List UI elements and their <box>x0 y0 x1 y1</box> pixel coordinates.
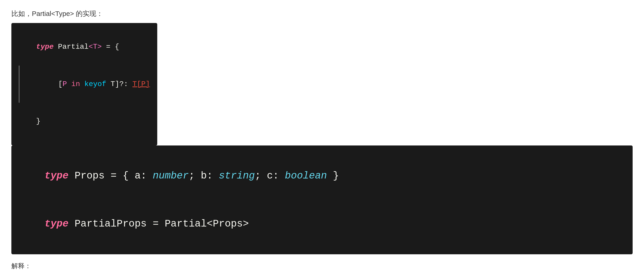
props-name: Props = { a: <box>68 170 153 182</box>
type-string: string <box>219 170 255 182</box>
code-line-2: [P in keyof T]?: T[P] <box>19 66 150 103</box>
code-line-partial-props: type PartialProps = Partial<Props> <box>20 200 624 248</box>
type-boolean: boolean <box>285 170 327 182</box>
keyword-keyof: keyof <box>84 80 106 88</box>
semi1: ; b: <box>189 170 219 182</box>
t-optional: T]?: <box>106 80 132 88</box>
code-line-1: type Partial<T> = { <box>19 28 150 66</box>
explanation-section: 解释： 1. keyof T 即 keyof Props 表示获取 Props … <box>12 262 632 275</box>
type-number: number <box>153 170 189 182</box>
keyword-type-1: type <box>36 42 54 51</box>
code-line-3: } <box>19 103 150 140</box>
keyword-in: in <box>71 80 80 88</box>
intro-text: 比如，Partial<Type> 的实现： <box>12 9 632 18</box>
code-block-props-example: type Props = { a: number; b: string; c: … <box>12 146 632 254</box>
semi2: ; c: <box>255 170 285 182</box>
code-line-props: type Props = { a: number; b: string; c: … <box>20 152 624 200</box>
indent: [ <box>41 80 62 88</box>
keyword-type-3: type <box>44 218 69 230</box>
param-p: P <box>62 80 67 88</box>
type-param-t: <T> <box>88 42 102 51</box>
type-access: T[P] <box>132 80 150 88</box>
keyword-type-2: type <box>44 170 69 182</box>
closing-brace: } <box>36 117 40 126</box>
partial-props-decl: PartialProps = Partial<Props> <box>68 218 249 230</box>
code-block-partial-definition: type Partial<T> = { [P in keyof T]?: T[P… <box>12 23 157 146</box>
equals-brace: = { <box>102 42 119 51</box>
explanation-title: 解释： <box>12 262 632 271</box>
space <box>67 80 71 88</box>
type-partial: Partial <box>54 42 89 51</box>
end-brace: } <box>327 170 339 182</box>
space2 <box>80 80 84 88</box>
